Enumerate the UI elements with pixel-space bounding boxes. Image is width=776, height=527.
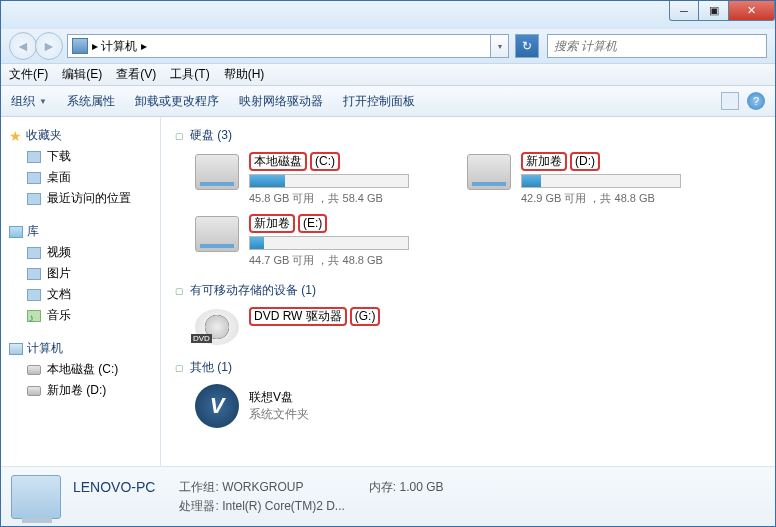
breadcrumb-sep2: ▸ [141, 39, 147, 53]
content-pane: ▢硬盘 (3) 本地磁盘(C:) 45.8 GB 可用 ，共 58.4 GB [161, 117, 775, 466]
menu-file[interactable]: 文件(F) [9, 66, 48, 83]
drive-e-bar [249, 236, 409, 250]
address-bar[interactable]: ▸ 计算机 ▸ [67, 34, 491, 58]
favorites-group[interactable]: ★收藏夹 [5, 125, 156, 146]
hdd-icon [195, 154, 239, 190]
sidebar-item-videos[interactable]: 视频 [5, 242, 156, 263]
nav-pane: ★收藏夹 下载 桌面 最近访问的位置 库 视频 图片 文档 ♪音乐 计算机 本地… [1, 117, 161, 466]
details-memory: 内存: 1.00 GB [369, 479, 444, 496]
refresh-button[interactable]: ↻ [515, 34, 539, 58]
help-button[interactable]: ? [747, 92, 765, 110]
collapse-icon: ▢ [175, 363, 184, 373]
hdd-icon [467, 154, 511, 190]
collapse-icon: ▢ [175, 286, 184, 296]
desktop-icon [27, 172, 41, 184]
drive-d-bar [521, 174, 681, 188]
drive-e-name: 新加卷 [249, 214, 295, 233]
section-hdd[interactable]: ▢硬盘 (3) [175, 127, 761, 144]
sidebar-item-downloads[interactable]: 下载 [5, 146, 156, 167]
libraries-group[interactable]: 库 [5, 221, 156, 242]
drive-dvd[interactable]: DVD DVD RW 驱动器(G:) [195, 307, 435, 345]
other-item-sub: 系统文件夹 [249, 406, 309, 423]
lenovo-v-icon: V [195, 384, 239, 428]
drive-d-free: 42.9 GB 可用 ，共 48.8 GB [521, 191, 707, 206]
dvd-icon: DVD [195, 309, 239, 345]
titlebar: ─ ▣ ✕ [1, 1, 775, 29]
drive-dvd-name: DVD RW 驱动器 [249, 307, 347, 326]
star-icon: ★ [9, 128, 22, 144]
forward-button[interactable]: ► [35, 32, 63, 60]
drive-c-free: 45.8 GB 可用 ，共 58.4 GB [249, 191, 435, 206]
other-item[interactable]: V 联想V盘 系统文件夹 [175, 384, 761, 428]
organize-button[interactable]: 组织 ▼ [11, 93, 47, 110]
picture-icon [27, 268, 41, 280]
library-icon [9, 226, 23, 238]
computer-icon [72, 38, 88, 54]
address-dropdown[interactable]: ▾ [491, 34, 509, 58]
menu-bar: 文件(F) 编辑(E) 查看(V) 工具(T) 帮助(H) [1, 63, 775, 85]
drive-d[interactable]: 新加卷(D:) 42.9 GB 可用 ，共 48.8 GB [467, 152, 707, 206]
sidebar-item-docs[interactable]: 文档 [5, 284, 156, 305]
doc-icon [27, 289, 41, 301]
collapse-icon: ▢ [175, 131, 184, 141]
menu-edit[interactable]: 编辑(E) [62, 66, 102, 83]
section-other[interactable]: ▢其他 (1) [175, 359, 761, 376]
sidebar-item-recent[interactable]: 最近访问的位置 [5, 188, 156, 209]
computer-group[interactable]: 计算机 [5, 338, 156, 359]
drive-c-letter: (C:) [310, 152, 340, 171]
computer-large-icon [11, 475, 61, 519]
drive-c-name: 本地磁盘 [249, 152, 307, 171]
control-panel-button[interactable]: 打开控制面板 [343, 93, 415, 110]
details-cpu: 处理器: Intel(R) Core(TM)2 D... [179, 498, 344, 515]
hdd-icon [195, 216, 239, 252]
sys-props-button[interactable]: 系统属性 [67, 93, 115, 110]
other-item-name: 联想V盘 [249, 389, 309, 406]
toolbar: 组织 ▼ 系统属性 卸载或更改程序 映射网络驱动器 打开控制面板 ? [1, 85, 775, 117]
music-icon: ♪ [27, 310, 41, 322]
details-workgroup: 工作组: WORKGROUP [179, 479, 344, 496]
explorer-window: ─ ▣ ✕ ◄ ► ▸ 计算机 ▸ ▾ ↻ 搜索 计算机 文件(F) 编辑(E)… [0, 0, 776, 527]
nav-row: ◄ ► ▸ 计算机 ▸ ▾ ↻ 搜索 计算机 [1, 29, 775, 63]
drive-e-free: 44.7 GB 可用 ，共 48.8 GB [249, 253, 435, 268]
uninstall-button[interactable]: 卸载或更改程序 [135, 93, 219, 110]
sidebar-item-drive-c[interactable]: 本地磁盘 (C:) [5, 359, 156, 380]
menu-view[interactable]: 查看(V) [116, 66, 156, 83]
drive-d-name: 新加卷 [521, 152, 567, 171]
drive-icon [27, 365, 41, 375]
search-input[interactable]: 搜索 计算机 [547, 34, 767, 58]
recent-icon [27, 193, 41, 205]
drive-e-letter: (E:) [298, 214, 327, 233]
breadcrumb-sep: ▸ [92, 39, 98, 53]
sidebar-item-drive-d[interactable]: 新加卷 (D:) [5, 380, 156, 401]
video-icon [27, 247, 41, 259]
drive-icon [27, 386, 41, 396]
maximize-button[interactable]: ▣ [699, 1, 729, 21]
minimize-button[interactable]: ─ [669, 1, 699, 21]
download-icon [27, 151, 41, 163]
nav-buttons: ◄ ► [9, 32, 63, 60]
view-mode-button[interactable] [721, 92, 739, 110]
close-button[interactable]: ✕ [729, 1, 775, 21]
menu-tools[interactable]: 工具(T) [170, 66, 209, 83]
body: ★收藏夹 下载 桌面 最近访问的位置 库 视频 图片 文档 ♪音乐 计算机 本地… [1, 117, 775, 466]
sidebar-item-pictures[interactable]: 图片 [5, 263, 156, 284]
pc-icon [9, 343, 23, 355]
drive-d-letter: (D:) [570, 152, 600, 171]
address-bar-wrap: ▸ 计算机 ▸ ▾ [67, 34, 509, 58]
back-button[interactable]: ◄ [9, 32, 37, 60]
sidebar-item-desktop[interactable]: 桌面 [5, 167, 156, 188]
details-pane: LENOVO-PC 工作组: WORKGROUP 内存: 1.00 GB 处理器… [1, 466, 775, 526]
map-drive-button[interactable]: 映射网络驱动器 [239, 93, 323, 110]
drive-dvd-letter: (G:) [350, 307, 381, 326]
sidebar-item-music[interactable]: ♪音乐 [5, 305, 156, 326]
drive-c-bar [249, 174, 409, 188]
menu-help[interactable]: 帮助(H) [224, 66, 265, 83]
drive-c[interactable]: 本地磁盘(C:) 45.8 GB 可用 ，共 58.4 GB [195, 152, 435, 206]
details-name: LENOVO-PC [73, 479, 155, 495]
section-removable[interactable]: ▢有可移动存储的设备 (1) [175, 282, 761, 299]
breadcrumb-location[interactable]: 计算机 [101, 38, 137, 55]
drive-e[interactable]: 新加卷(E:) 44.7 GB 可用 ，共 48.8 GB [195, 214, 435, 268]
